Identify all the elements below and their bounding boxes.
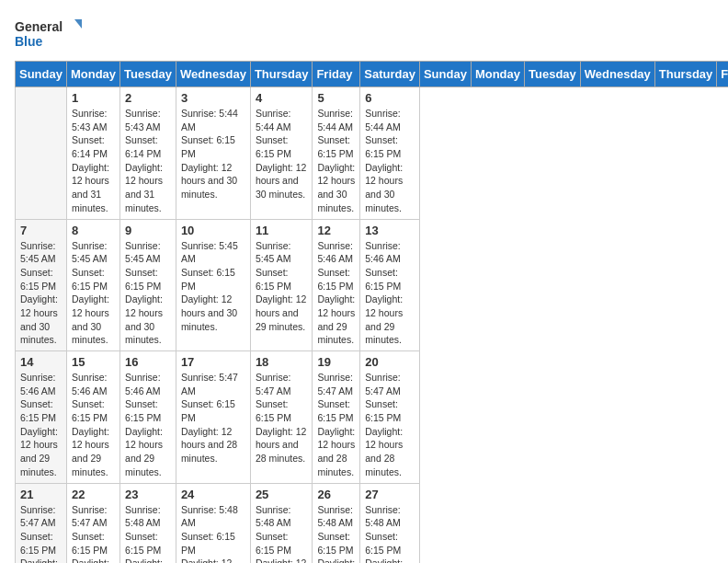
weekday-header-sunday: Sunday xyxy=(16,62,67,87)
day-info: Sunrise: 5:44 AMSunset: 6:15 PMDaylight:… xyxy=(317,107,355,215)
weekday-header-monday: Monday xyxy=(66,62,119,87)
day-info: Sunrise: 5:47 AMSunset: 6:15 PMDaylight:… xyxy=(365,371,415,479)
weekday-header-saturday: Saturday xyxy=(360,62,420,87)
weekday-header-friday: Friday xyxy=(313,62,360,87)
day-number: 5 xyxy=(317,91,355,105)
day-number: 21 xyxy=(20,488,62,501)
day-number: 10 xyxy=(181,224,245,237)
day-number: 15 xyxy=(72,355,115,369)
day-info: Sunrise: 5:45 AMSunset: 6:15 PMDaylight:… xyxy=(256,239,308,334)
day-number: 11 xyxy=(256,224,308,237)
weekday-header-sunday: Sunday xyxy=(419,62,471,87)
day-number: 24 xyxy=(181,488,245,501)
day-number: 1 xyxy=(72,91,115,105)
day-info: Sunrise: 5:46 AMSunset: 6:15 PMDaylight:… xyxy=(125,371,171,479)
day-info: Sunrise: 5:45 AMSunset: 6:15 PMDaylight:… xyxy=(20,239,62,348)
day-info: Sunrise: 5:44 AMSunset: 6:15 PMDaylight:… xyxy=(256,107,308,201)
day-number: 17 xyxy=(181,355,245,369)
calendar-cell: 20Sunrise: 5:47 AMSunset: 6:15 PMDayligh… xyxy=(360,351,420,484)
calendar-cell: 19Sunrise: 5:47 AMSunset: 6:15 PMDayligh… xyxy=(313,351,360,484)
calendar-cell: 7Sunrise: 5:45 AMSunset: 6:15 PMDaylight… xyxy=(16,219,67,351)
calendar-cell: 12Sunrise: 5:46 AMSunset: 6:15 PMDayligh… xyxy=(313,219,360,351)
weekday-header-wednesday: Wednesday xyxy=(176,62,250,87)
day-number: 2 xyxy=(125,91,171,105)
calendar-cell: 22Sunrise: 5:47 AMSunset: 6:15 PMDayligh… xyxy=(66,483,119,563)
calendar-cell: 27Sunrise: 5:48 AMSunset: 6:15 PMDayligh… xyxy=(360,483,420,563)
day-number: 9 xyxy=(125,224,171,237)
day-number: 13 xyxy=(365,224,415,237)
week-row-2: 7Sunrise: 5:45 AMSunset: 6:15 PMDaylight… xyxy=(16,219,729,351)
day-info: Sunrise: 5:44 AMSunset: 6:15 PMDaylight:… xyxy=(365,107,415,215)
day-number: 6 xyxy=(365,91,415,105)
calendar-cell: 18Sunrise: 5:47 AMSunset: 6:15 PMDayligh… xyxy=(250,351,313,484)
day-number: 23 xyxy=(125,488,171,501)
day-info: Sunrise: 5:48 AMSunset: 6:15 PMDaylight:… xyxy=(365,503,415,564)
calendar-cell: 8Sunrise: 5:45 AMSunset: 6:15 PMDaylight… xyxy=(66,219,119,351)
day-info: Sunrise: 5:45 AMSunset: 6:15 PMDaylight:… xyxy=(72,239,115,348)
day-number: 14 xyxy=(20,355,62,369)
calendar-cell: 23Sunrise: 5:48 AMSunset: 6:15 PMDayligh… xyxy=(120,483,176,563)
calendar-cell: 6Sunrise: 5:44 AMSunset: 6:15 PMDaylight… xyxy=(360,87,420,220)
day-number: 8 xyxy=(72,224,115,237)
week-row-1: 1Sunrise: 5:43 AMSunset: 6:14 PMDaylight… xyxy=(16,87,729,220)
calendar-cell: 17Sunrise: 5:47 AMSunset: 6:15 PMDayligh… xyxy=(176,351,250,484)
svg-text:Blue: Blue xyxy=(15,34,43,49)
svg-text:General: General xyxy=(15,19,63,34)
day-number: 7 xyxy=(20,224,62,237)
weekday-header-monday: Monday xyxy=(471,62,524,87)
calendar-cell xyxy=(16,87,67,220)
day-info: Sunrise: 5:47 AMSunset: 6:15 PMDaylight:… xyxy=(72,503,115,564)
day-info: Sunrise: 5:47 AMSunset: 6:15 PMDaylight:… xyxy=(317,371,355,479)
day-number: 18 xyxy=(256,355,308,369)
logo-svg: General Blue xyxy=(15,15,88,52)
calendar-cell: 26Sunrise: 5:48 AMSunset: 6:15 PMDayligh… xyxy=(313,483,360,563)
calendar-cell: 13Sunrise: 5:46 AMSunset: 6:15 PMDayligh… xyxy=(360,219,420,351)
weekday-header-thursday: Thursday xyxy=(654,62,717,87)
calendar-cell: 4Sunrise: 5:44 AMSunset: 6:15 PMDaylight… xyxy=(250,87,313,220)
day-info: Sunrise: 5:47 AMSunset: 6:15 PMDaylight:… xyxy=(256,371,308,465)
calendar-cell: 24Sunrise: 5:48 AMSunset: 6:15 PMDayligh… xyxy=(176,483,250,563)
day-info: Sunrise: 5:48 AMSunset: 6:15 PMDaylight:… xyxy=(181,503,245,564)
day-number: 16 xyxy=(125,355,171,369)
week-row-3: 14Sunrise: 5:46 AMSunset: 6:15 PMDayligh… xyxy=(16,351,729,484)
day-info: Sunrise: 5:46 AMSunset: 6:15 PMDaylight:… xyxy=(20,371,62,479)
day-number: 19 xyxy=(317,355,355,369)
day-number: 3 xyxy=(181,91,245,105)
calendar-cell: 10Sunrise: 5:45 AMSunset: 6:15 PMDayligh… xyxy=(176,219,250,351)
day-info: Sunrise: 5:48 AMSunset: 6:15 PMDaylight:… xyxy=(317,503,355,564)
day-number: 12 xyxy=(317,224,355,237)
calendar-cell: 11Sunrise: 5:45 AMSunset: 6:15 PMDayligh… xyxy=(250,219,313,351)
calendar-table: SundayMondayTuesdayWednesdayThursdayFrid… xyxy=(15,61,728,563)
calendar-cell: 14Sunrise: 5:46 AMSunset: 6:15 PMDayligh… xyxy=(16,351,67,484)
day-info: Sunrise: 5:45 AMSunset: 6:15 PMDaylight:… xyxy=(181,239,245,334)
calendar-cell: 2Sunrise: 5:43 AMSunset: 6:14 PMDaylight… xyxy=(120,87,176,220)
day-info: Sunrise: 5:46 AMSunset: 6:15 PMDaylight:… xyxy=(317,239,355,348)
weekday-header-friday: Friday xyxy=(717,62,728,87)
svg-marker-3 xyxy=(74,19,82,29)
day-info: Sunrise: 5:44 AMSunset: 6:15 PMDaylight:… xyxy=(181,107,245,201)
day-info: Sunrise: 5:47 AMSunset: 6:15 PMDaylight:… xyxy=(20,503,62,564)
day-number: 26 xyxy=(317,488,355,501)
day-info: Sunrise: 5:45 AMSunset: 6:15 PMDaylight:… xyxy=(125,239,171,348)
week-row-4: 21Sunrise: 5:47 AMSunset: 6:15 PMDayligh… xyxy=(16,483,729,563)
header-row: SundayMondayTuesdayWednesdayThursdayFrid… xyxy=(16,62,729,87)
day-number: 4 xyxy=(256,91,308,105)
day-info: Sunrise: 5:46 AMSunset: 6:15 PMDaylight:… xyxy=(365,239,415,348)
day-info: Sunrise: 5:43 AMSunset: 6:14 PMDaylight:… xyxy=(125,107,171,215)
day-info: Sunrise: 5:43 AMSunset: 6:14 PMDaylight:… xyxy=(72,107,115,215)
calendar-cell: 1Sunrise: 5:43 AMSunset: 6:14 PMDaylight… xyxy=(66,87,119,220)
calendar-cell: 16Sunrise: 5:46 AMSunset: 6:15 PMDayligh… xyxy=(120,351,176,484)
calendar-cell: 5Sunrise: 5:44 AMSunset: 6:15 PMDaylight… xyxy=(313,87,360,220)
day-number: 22 xyxy=(72,488,115,501)
day-number: 20 xyxy=(365,355,415,369)
day-info: Sunrise: 5:46 AMSunset: 6:15 PMDaylight:… xyxy=(72,371,115,479)
weekday-header-tuesday: Tuesday xyxy=(525,62,581,87)
weekday-header-wednesday: Wednesday xyxy=(580,62,654,87)
logo: General Blue xyxy=(15,15,88,52)
calendar-cell: 25Sunrise: 5:48 AMSunset: 6:15 PMDayligh… xyxy=(250,483,313,563)
calendar-cell: 3Sunrise: 5:44 AMSunset: 6:15 PMDaylight… xyxy=(176,87,250,220)
day-info: Sunrise: 5:47 AMSunset: 6:15 PMDaylight:… xyxy=(181,371,245,465)
weekday-header-tuesday: Tuesday xyxy=(120,62,176,87)
weekday-header-thursday: Thursday xyxy=(250,62,313,87)
day-number: 27 xyxy=(365,488,415,501)
